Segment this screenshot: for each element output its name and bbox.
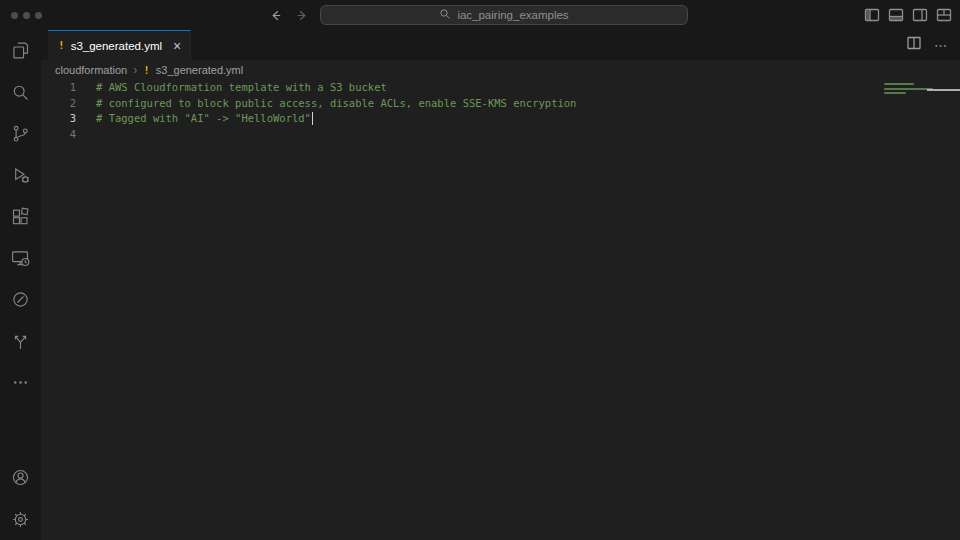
search-view-icon[interactable] [0,72,41,114]
title-bar: iac_pairing_examples [0,0,960,30]
maximize-window-button[interactable] [35,12,42,19]
code-line[interactable]: 2 # configured to block public access, d… [41,96,960,112]
code-text: # configured to block public access, dis… [96,96,576,112]
activity-bar [0,30,41,540]
editor-actions: ⋯ [906,30,960,60]
code-editor[interactable]: 1 # AWS Cloudformation template with a S… [41,80,960,540]
line-number: 4 [41,127,96,143]
history-navigation [268,0,310,30]
vscode-window: iac_pairing_examples [0,0,960,540]
search-icon [439,8,451,22]
text-cursor [312,112,314,125]
layout-controls [863,0,952,30]
window-controls [11,0,42,30]
file-warning-icon: ! [58,39,65,52]
additional-views-icon[interactable] [0,362,41,404]
file-warning-icon: ! [143,64,150,77]
toggle-secondary-sidebar-icon[interactable] [911,7,928,24]
code-line[interactable]: 1 # AWS Cloudformation template with a S… [41,80,960,96]
circle-tool-icon[interactable] [0,279,41,321]
code-text: # AWS Cloudformation template with a S3 … [96,80,387,96]
tab-label: s3_generated.yml [71,40,162,52]
line-number: 1 [41,80,96,96]
minimap-slider[interactable] [927,89,960,91]
code-line-active[interactable]: 3 # Tagged with "AI" -> "HelloWorld" [41,111,960,127]
customize-layout-icon[interactable] [935,7,952,24]
forward-icon[interactable] [295,8,310,23]
code-line[interactable]: 4 [41,127,960,143]
line-number: 2 [41,96,96,112]
explorer-icon[interactable] [0,30,41,72]
fork-terraform-icon[interactable] [0,321,41,363]
command-center-search[interactable]: iac_pairing_examples [320,5,688,25]
chevron-right-icon: › [133,63,137,77]
close-window-button[interactable] [11,12,18,19]
split-editor-icon[interactable] [906,35,922,55]
workbench: ! s3_generated.yml × ⋯ cloudformation › … [0,30,960,540]
breadcrumb-file[interactable]: s3_generated.yml [156,64,243,76]
minimize-window-button[interactable] [23,12,30,19]
source-control-icon[interactable] [0,113,41,155]
remote-explorer-icon[interactable] [0,238,41,280]
run-debug-icon[interactable] [0,155,41,197]
breadcrumb: cloudformation › ! s3_generated.yml [41,60,960,80]
toggle-panel-icon[interactable] [887,7,904,24]
tab-s3-generated-yml[interactable]: ! s3_generated.yml × [48,30,191,60]
code-text: # Tagged with "AI" -> "HelloWorld" [96,111,311,127]
back-icon[interactable] [268,8,283,23]
account-icon[interactable] [0,457,41,499]
tab-bar: ! s3_generated.yml × ⋯ [41,30,960,60]
breadcrumb-folder[interactable]: cloudformation [55,64,127,76]
line-number: 3 [41,111,96,127]
editor-group: ! s3_generated.yml × ⋯ cloudformation › … [41,30,960,540]
command-center-label: iac_pairing_examples [457,9,568,21]
toggle-primary-sidebar-icon[interactable] [863,7,880,24]
tab-close-icon[interactable]: × [173,39,181,53]
settings-gear-icon[interactable] [0,499,41,540]
more-actions-icon[interactable]: ⋯ [934,38,948,53]
extensions-icon[interactable] [0,196,41,238]
